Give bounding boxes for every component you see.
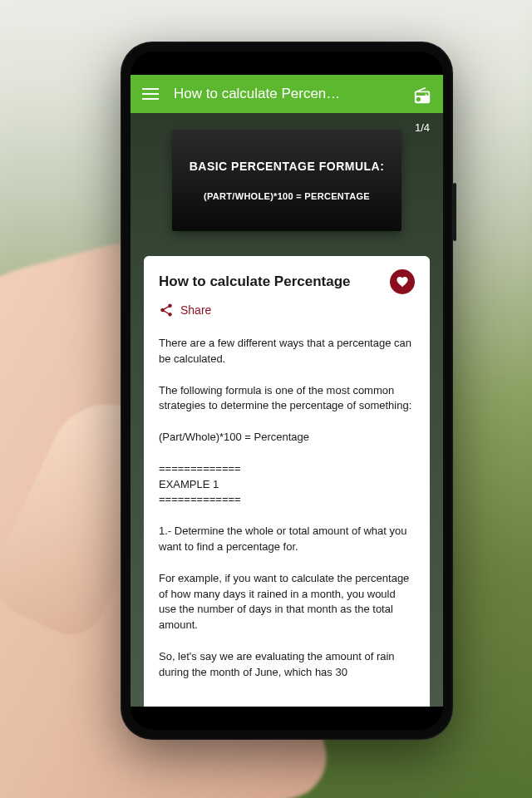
app-screen: How to calculate Percen… 1/4 BASIC PERCE… [131, 75, 443, 707]
article-title: How to calculate Percentage [159, 273, 351, 290]
formula-card[interactable]: BASIC PERCENTAGE FORMULA: (PART/WHOLE)*1… [172, 130, 401, 231]
share-icon [159, 303, 174, 318]
share-label: Share [180, 303, 211, 317]
hero-section: 1/4 BASIC PERCENTAGE FORMULA: (PART/WHOL… [131, 113, 443, 256]
radio-icon[interactable] [413, 86, 431, 101]
phone-side-button [453, 183, 456, 241]
share-button[interactable]: Share [159, 303, 415, 318]
formula-text: (PART/WHOLE)*100 = PERCENTAGE [189, 191, 385, 201]
app-bar-title: How to calculate Percen… [174, 86, 398, 102]
app-bar: How to calculate Percen… [131, 75, 443, 113]
favorite-button[interactable] [390, 269, 415, 294]
menu-icon[interactable] [142, 88, 159, 100]
phone-frame: How to calculate Percen… 1/4 BASIC PERCE… [121, 42, 453, 740]
content-card: How to calculate Percentage Share There … [144, 256, 430, 707]
page-counter: 1/4 [415, 121, 430, 134]
article-body: There are a few different ways that a pe… [159, 336, 415, 681]
heart-icon [396, 275, 409, 288]
formula-title: BASIC PERCENTAGE FORMULA: [189, 160, 385, 173]
